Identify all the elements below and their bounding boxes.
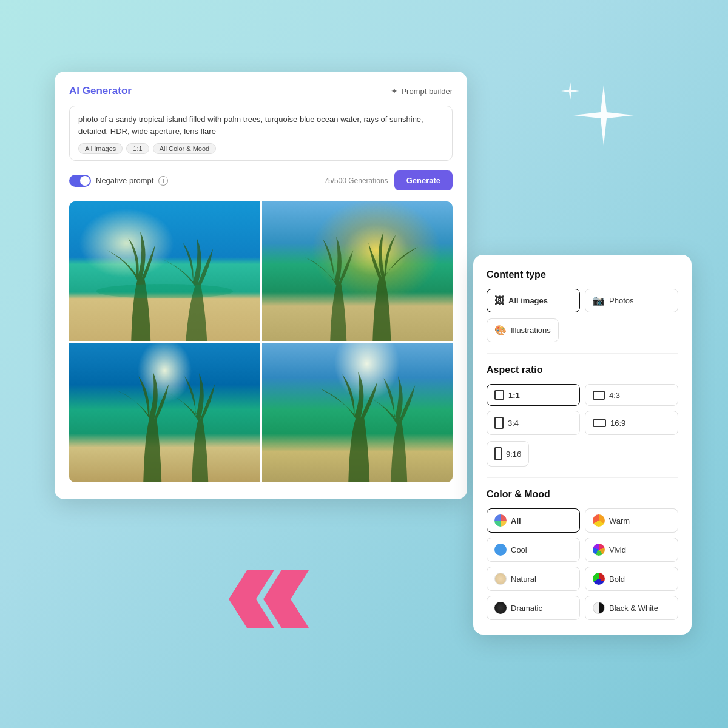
generated-image-3 [69,343,260,482]
ratio-1-1-label: 1:1 [508,391,520,400]
mood-dramatic-icon [494,602,507,614]
photos-label: Photos [609,296,633,305]
tag-ratio[interactable]: 1:1 [126,143,149,154]
prompt-text: photo of a sandy tropical island filled … [78,113,443,137]
ratio-16-9-icon [593,419,606,427]
mood-natural-label: Natural [511,575,536,584]
aspect-ratio-grid: 1:1 4:3 3:4 16:9 [487,384,678,435]
aspect-9-16-row: 9:16 [487,441,678,467]
mood-vivid-button[interactable]: Vivid [585,538,678,562]
content-photos-button[interactable]: 📷 Photos [585,289,678,312]
negative-prompt-section: Negative prompt i [69,175,168,187]
prompt-builder-label: Prompt builder [401,87,453,96]
mood-bw-button[interactable]: Black & White [585,596,678,620]
generated-image-grid [69,201,453,482]
ratio-1-1-icon [494,390,504,400]
mood-all-label: All [511,516,521,525]
all-images-label: All images [508,296,548,305]
mood-warm-label: Warm [609,516,630,525]
content-illustrations-button[interactable]: 🎨 Illustrations [487,318,559,342]
aspect-4-3-button[interactable]: 4:3 [585,384,678,406]
mood-cool-button[interactable]: Cool [487,538,580,562]
sparkle-icon: ✦ [391,86,398,96]
aspect-ratio-title: Aspect ratio [487,365,678,376]
aspect-16-9-button[interactable]: 16:9 [585,411,678,435]
content-type-grid: 🖼 All images 📷 Photos [487,289,678,312]
mood-vivid-icon [593,544,605,556]
mood-all-button[interactable]: All [487,508,580,533]
info-icon[interactable]: i [158,176,168,186]
divider-2 [487,477,678,478]
mood-vivid-label: Vivid [609,545,626,554]
mood-bw-label: Black & White [609,604,658,613]
card-header: AI Generator ✦ Prompt builder [69,85,453,97]
ratio-16-9-label: 16:9 [610,419,625,428]
mood-dramatic-label: Dramatic [511,604,542,613]
all-images-icon: 🖼 [494,295,504,306]
prompt-box: photo of a sandy tropical island filled … [69,106,453,161]
color-mood-title: Color & Mood [487,489,678,500]
divider-1 [487,353,678,354]
filter-card: Content type 🖼 All images 📷 Photos 🎨 Ill… [473,255,692,635]
mood-bold-label: Bold [609,575,625,584]
star-decoration [555,79,634,160]
illustrations-icon: 🎨 [494,325,507,336]
aspect-9-16-button[interactable]: 9:16 [487,441,529,467]
ratio-3-4-label: 3:4 [508,419,519,428]
mood-bold-button[interactable]: Bold [585,567,678,591]
ratio-9-16-icon [494,447,502,460]
mood-natural-icon [494,573,507,585]
ratio-3-4-icon [494,417,504,429]
aspect-3-4-button[interactable]: 3:4 [487,411,580,435]
generated-image-2 [262,201,453,341]
mood-warm-button[interactable]: Warm [585,508,678,533]
chevron-2 [263,570,309,628]
ai-title: AI Generator [69,85,132,97]
ratio-9-16-label: 9:16 [506,450,521,459]
controls-row: Negative prompt i 75/500 Generations Gen… [69,170,453,190]
ratio-4-3-label: 4:3 [609,391,620,400]
mood-bold-icon [593,573,605,585]
prompt-tags: All Images 1:1 All Color & Mood [78,143,443,154]
generated-image-1 [69,201,260,341]
tag-all-images[interactable]: All Images [78,143,123,154]
mood-bw-icon [593,602,605,614]
illustrations-label: Illustrations [511,326,551,335]
mood-cool-label: Cool [511,545,527,554]
content-illustrations-row: 🎨 Illustrations [487,318,678,342]
negative-prompt-label: Negative prompt [96,176,153,185]
generation-count: 75/500 Generations [324,177,388,185]
mood-dramatic-button[interactable]: Dramatic [487,596,580,620]
mood-all-icon [494,514,507,527]
mood-cool-icon [494,544,507,556]
mood-warm-icon [593,514,605,527]
generated-image-4 [262,343,453,482]
mood-natural-button[interactable]: Natural [487,567,580,591]
content-type-title: Content type [487,269,678,280]
chevron-decoration [240,570,309,628]
generate-button[interactable]: Generate [394,170,453,190]
ratio-4-3-icon [593,391,605,400]
negative-prompt-toggle[interactable] [69,175,91,187]
prompt-builder-button[interactable]: ✦ Prompt builder [391,86,453,96]
photos-icon: 📷 [593,295,605,306]
color-mood-grid: All Warm Cool Vivid Natural Bold Dramati… [487,508,678,620]
svg-point-0 [96,284,233,298]
tag-color-mood[interactable]: All Color & Mood [153,143,217,154]
content-all-images-button[interactable]: 🖼 All images [487,289,580,312]
ai-generator-card: AI Generator ✦ Prompt builder photo of a… [55,72,467,499]
generate-controls: 75/500 Generations Generate [324,170,453,190]
aspect-1-1-button[interactable]: 1:1 [487,384,580,406]
